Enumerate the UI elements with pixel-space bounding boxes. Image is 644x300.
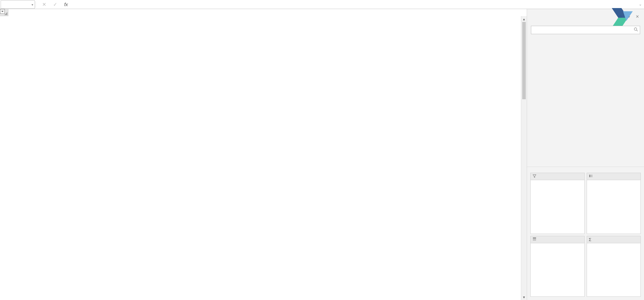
search-icon: [634, 27, 638, 33]
name-box-dropdown-icon[interactable]: ▾: [32, 3, 33, 6]
svg-line-1: [637, 30, 638, 31]
columns-icon: [589, 174, 593, 179]
filters-area[interactable]: [530, 173, 585, 234]
spreadsheet-grid[interactable]: ▲ ▼: [0, 9, 527, 300]
rows-area[interactable]: [530, 236, 585, 297]
insert-function-button[interactable]: fx: [61, 0, 72, 9]
svg-rect-7: [533, 240, 536, 241]
enter-formula-button[interactable]: ✓: [50, 0, 61, 9]
svg-rect-5: [533, 237, 536, 238]
drop-areas: Σ: [527, 173, 644, 300]
expand-formula-bar-icon[interactable]: ⌄: [636, 2, 644, 6]
pane-subtitle: [527, 21, 644, 24]
scroll-up-button[interactable]: ▲: [521, 16, 527, 22]
row-labels-filter-button[interactable]: [0, 9, 5, 14]
vertical-scrollbar[interactable]: ▲ ▼: [521, 16, 527, 300]
values-area[interactable]: Σ: [587, 236, 641, 297]
scroll-thumb[interactable]: [522, 22, 526, 99]
columns-area[interactable]: [587, 173, 641, 234]
rows-icon: [533, 237, 536, 242]
filter-icon: [533, 174, 536, 179]
separator: [35, 1, 39, 8]
pane-dropdown-icon[interactable]: ▾: [626, 14, 632, 19]
formula-input[interactable]: [72, 0, 636, 9]
more-tables-link[interactable]: [527, 39, 644, 43]
drag-fields-label: [527, 167, 644, 173]
pane-tools-icon[interactable]: ⚙: [618, 14, 623, 19]
close-pane-icon[interactable]: ✕: [634, 14, 640, 19]
svg-rect-6: [533, 239, 536, 240]
svg-rect-3: [591, 175, 591, 177]
svg-rect-4: [592, 175, 592, 177]
field-search-input[interactable]: [531, 26, 640, 34]
pivottable-fields-pane: ⚙ ▾ ✕: [527, 9, 644, 300]
values-icon: Σ: [589, 237, 591, 242]
svg-point-0: [634, 28, 637, 30]
name-box[interactable]: ▾: [1, 0, 35, 9]
cancel-formula-button[interactable]: ✕: [39, 0, 50, 9]
field-search: [531, 26, 640, 34]
svg-rect-2: [589, 175, 590, 177]
scroll-down-button[interactable]: ▼: [521, 294, 527, 300]
formula-bar: ▾ ✕ ✓ fx ⌄: [0, 0, 644, 9]
